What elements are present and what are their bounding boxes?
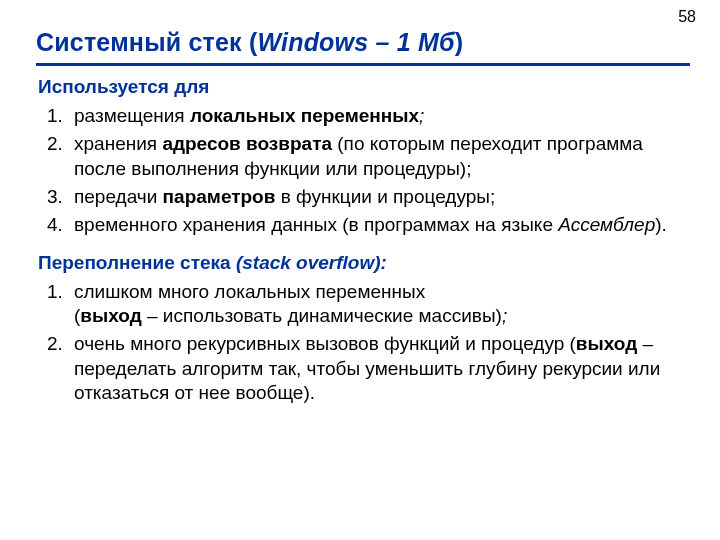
list-item: передачи параметров в функции и процедур… (68, 185, 690, 209)
text: временного хранения данных (в программах… (74, 214, 558, 235)
list-item: временного хранения данных (в программах… (68, 213, 690, 237)
text: в функции и процедуры; (275, 186, 495, 207)
title-close: ) (455, 28, 464, 56)
list-item: хранения адресов возврата (по которым пе… (68, 132, 690, 181)
text: слишком много локальных переменных (74, 281, 425, 302)
text: размещения (74, 105, 190, 126)
list-item: размещения локальных переменных; (68, 104, 690, 128)
text: хранения (74, 133, 162, 154)
text: ). (655, 214, 667, 235)
text: Переполнение стека (38, 252, 236, 273)
italic-text: ; (502, 305, 507, 326)
page-number: 58 (678, 8, 696, 26)
list-item: слишком много локальных переменных (выхо… (68, 280, 690, 329)
text: передачи (74, 186, 163, 207)
text: – использовать динамические массивы) (142, 305, 502, 326)
list-item: очень много рекурсивных вызовов функций … (68, 332, 690, 405)
section1-list: размещения локальных переменных; хранени… (44, 104, 690, 238)
section1-header: Используется для (38, 76, 690, 98)
bold-text: выход (576, 333, 637, 354)
title-text: Системный стек ( (36, 28, 257, 56)
bold-text: адресов возврата (162, 133, 332, 154)
text: ; (419, 105, 424, 126)
bold-text: выход (80, 305, 141, 326)
text: очень много рекурсивных вызовов функций … (74, 333, 576, 354)
italic-text: Ассемблер (558, 214, 655, 235)
bold-text: параметров (163, 186, 276, 207)
slide-body: Системный стек (Windows – 1 Мб) Использу… (0, 0, 720, 439)
section2-list: слишком много локальных переменных (выхо… (44, 280, 690, 406)
bold-text: локальных переменных (190, 105, 419, 126)
title-italic: Windows – 1 Мб (257, 28, 454, 56)
title-divider (36, 63, 690, 66)
italic-text: (stack overflow): (236, 252, 387, 273)
slide-title: Системный стек (Windows – 1 Мб) (36, 28, 690, 57)
section2-header: Переполнение стека (stack overflow): (38, 252, 690, 274)
